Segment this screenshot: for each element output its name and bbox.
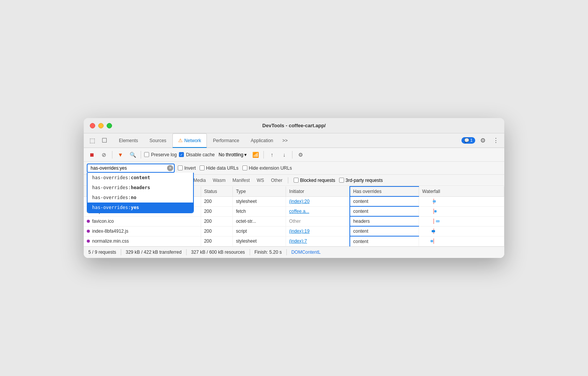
titlebar: DevTools - coffee-cart.app/ <box>84 118 504 133</box>
hide-extension-urls-checkbox[interactable] <box>242 165 247 170</box>
has-overrides-cell: content <box>350 226 419 236</box>
blocked-options: Blocked requests 3rd-party requests <box>294 178 383 183</box>
export-har-icon[interactable]: ↓ <box>279 150 289 160</box>
toolbar-separator-4 <box>292 151 292 159</box>
transferred-size: 329 kB / 422 kB transferred <box>126 250 182 255</box>
filter-clear-button[interactable]: ✕ <box>167 165 173 171</box>
col-header-status[interactable]: Status <box>201 186 233 196</box>
import-har-icon[interactable]: ↑ <box>267 150 277 160</box>
type-filter-manifest[interactable]: Manifest <box>229 177 253 184</box>
type-filter-ws[interactable]: WS <box>253 177 267 184</box>
type-filter-other[interactable]: Other <box>268 177 286 184</box>
domcontentloaded: DOMContentL <box>291 250 321 255</box>
col-header-initiator[interactable]: Initiator <box>286 186 350 196</box>
has-overrides-cell: content <box>350 206 419 216</box>
maximize-button[interactable] <box>107 123 112 128</box>
window-title: DevTools - coffee-cart.app/ <box>262 123 326 128</box>
third-party-option[interactable]: 3rd-party requests <box>339 178 383 183</box>
tab-sources[interactable]: Sources <box>144 133 172 148</box>
status-sep-3 <box>250 249 250 255</box>
hide-extension-urls-option[interactable]: Hide extension URLs <box>242 165 292 171</box>
preserve-log-label[interactable]: Preserve log <box>144 152 177 157</box>
traffic-lights <box>90 123 112 128</box>
invert-option[interactable]: Invert <box>178 165 196 171</box>
autocomplete-item-content[interactable]: has-overrides:content <box>88 173 193 183</box>
hide-data-urls-checkbox[interactable] <box>200 165 205 170</box>
network-toolbar: ⏹ ⊘ ▼ 🔍 Preserve log ✓ Disable cache No … <box>84 148 504 162</box>
col-header-type[interactable]: Type <box>233 186 286 196</box>
status-sep-2 <box>186 249 187 255</box>
chevron-down-icon: ▾ <box>244 152 247 157</box>
filter-input-wrapper: ✕ has-overrides:content has-overrides:he… <box>87 164 175 173</box>
search-button[interactable]: 🔍 <box>128 150 138 160</box>
more-tabs-button[interactable]: >> <box>279 136 291 146</box>
table-row[interactable]: favicon.ico200octet-str...Otherheaders <box>84 216 504 226</box>
tab-bar: ⬚ ☐ Elements Sources ⚠ Network Performan… <box>84 133 504 148</box>
finish-time: Finish: 5.20 s <box>255 250 282 255</box>
disable-cache-label[interactable]: ✓ Disable cache <box>179 152 214 157</box>
resources-size: 327 kB / 600 kB resources <box>191 250 245 255</box>
has-overrides-cell: headers <box>350 216 419 226</box>
autocomplete-item-no[interactable]: has-overrides:no <box>88 193 193 203</box>
more-options-icon[interactable]: ⋮ <box>491 135 501 146</box>
preserve-log-checkbox[interactable] <box>144 152 149 157</box>
has-overrides-cell: content <box>350 196 419 206</box>
type-filter-wasm[interactable]: Wasm <box>210 177 229 184</box>
blocked-requests-checkbox[interactable] <box>294 178 299 183</box>
filter-button[interactable]: ▼ <box>115 150 125 160</box>
has-overrides-cell: content <box>350 236 419 246</box>
devtools-window: DevTools - coffee-cart.app/ ⬚ ☐ Elements… <box>84 118 504 258</box>
autocomplete-item-headers[interactable]: has-overrides:headers <box>88 183 193 193</box>
stop-recording-button[interactable]: ⏹ <box>87 150 97 160</box>
tab-performance[interactable]: Performance <box>208 133 245 148</box>
toolbar-separator-1 <box>112 151 112 159</box>
tab-bar-right: 💬1 ⚙ ⋮ <box>461 135 501 146</box>
table-row[interactable]: normalize.min.css200stylesheet(index):7c… <box>84 236 504 246</box>
console-badge[interactable]: 💬1 <box>461 137 475 144</box>
tab-bar-left-icons: ⬚ ☐ <box>87 135 110 146</box>
minimize-button[interactable] <box>98 123 104 128</box>
filter-options: Invert Hide data URLs Hide extension URL… <box>178 165 292 171</box>
network-settings-icon[interactable]: ⚙ <box>296 150 305 160</box>
warn-icon: ⚠ <box>178 138 183 143</box>
type-bar-separator <box>288 177 288 183</box>
clear-log-button[interactable]: ⊘ <box>99 150 109 160</box>
third-party-checkbox[interactable] <box>339 178 344 183</box>
tab-network[interactable]: ⚠ Network <box>172 133 207 148</box>
status-sep-4 <box>286 249 287 255</box>
requests-count: 5 / 9 requests <box>88 250 116 255</box>
col-header-has-overrides[interactable]: Has overrides <box>350 186 419 196</box>
blocked-requests-option[interactable]: Blocked requests <box>294 178 335 183</box>
cursor-inspector-icon[interactable]: ⬚ <box>87 135 97 146</box>
tab-elements[interactable]: Elements <box>114 133 143 148</box>
throttling-select[interactable]: No throttling ▾ <box>217 151 249 158</box>
disable-cache-checkbox[interactable]: ✓ <box>179 152 184 157</box>
status-sep-1 <box>121 249 121 255</box>
table-row[interactable]: index-8bfa4912.js200script(index):19cont… <box>84 226 504 236</box>
autocomplete-dropdown: has-overrides:content has-overrides:head… <box>87 173 194 213</box>
devtools-body: ⬚ ☐ Elements Sources ⚠ Network Performan… <box>84 133 504 258</box>
hide-data-urls-option[interactable]: Hide data URLs <box>200 165 239 171</box>
col-header-waterfall[interactable]: Waterfall <box>419 186 504 196</box>
status-bar: 5 / 9 requests 329 kB / 422 kB transferr… <box>84 246 504 258</box>
toolbar-separator-2 <box>141 151 141 159</box>
filter-bar: ✕ has-overrides:content has-overrides:he… <box>84 162 504 175</box>
close-button[interactable] <box>90 123 95 128</box>
device-toolbar-icon[interactable]: ☐ <box>99 135 110 146</box>
autocomplete-item-yes[interactable]: has-overrides:yes <box>88 203 193 212</box>
toolbar-separator-3 <box>263 151 264 159</box>
invert-checkbox[interactable] <box>178 165 183 170</box>
settings-gear-icon[interactable]: ⚙ <box>478 135 488 146</box>
filter-input[interactable] <box>87 164 175 173</box>
tab-application[interactable]: Application <box>245 133 279 148</box>
network-conditions-icon[interactable]: 📶 <box>250 150 260 160</box>
